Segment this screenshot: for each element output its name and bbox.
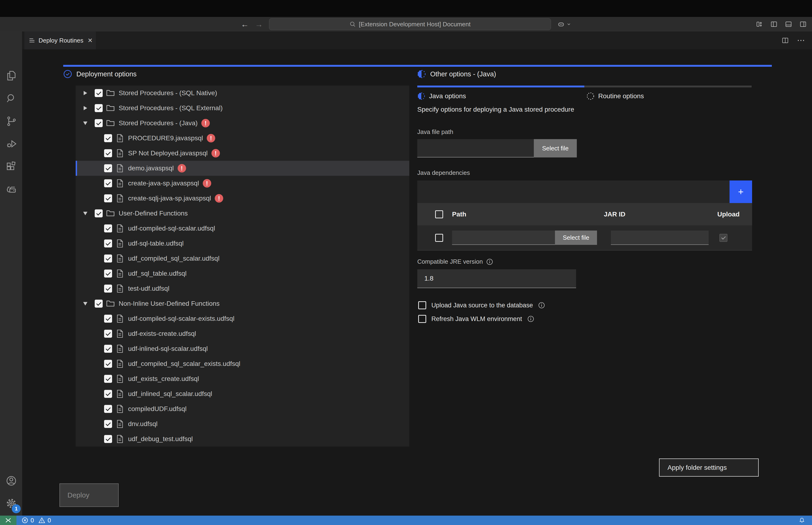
tree-item-checkbox[interactable] — [104, 149, 112, 157]
toggle-panel-icon[interactable] — [785, 20, 792, 28]
tree-item-checkbox[interactable] — [104, 239, 112, 247]
explorer-icon[interactable] — [0, 64, 22, 87]
tree-item-checkbox[interactable] — [104, 375, 112, 383]
toggle-sidebar-right-icon[interactable] — [799, 20, 807, 28]
twisty-icon[interactable] — [82, 91, 89, 95]
tree-file-row[interactable]: test-udf.udfsql — [76, 281, 409, 296]
tree-file-row[interactable]: udf_compiled_sql_scalar_exists.udfsql — [76, 356, 409, 371]
problems-status[interactable]: 0 0 — [21, 517, 51, 524]
apply-folder-settings-button[interactable]: Apply folder settings — [659, 459, 759, 477]
folder-icon — [106, 104, 116, 112]
tree-item-checkbox[interactable] — [104, 315, 112, 322]
tree-item-checkbox[interactable] — [104, 179, 112, 187]
search-sidebar-icon[interactable] — [0, 87, 22, 110]
java-file-path-input[interactable] — [417, 139, 534, 158]
tree-item-checkbox[interactable] — [95, 209, 103, 217]
row-checkbox[interactable] — [435, 234, 443, 242]
info-icon[interactable] — [538, 302, 545, 309]
deploy-button[interactable]: Deploy — [59, 483, 119, 507]
db2-extension-icon[interactable] — [0, 178, 22, 201]
tree-item-label: create-sqlj-java-sp.javaspsql — [128, 195, 211, 202]
account-icon[interactable] — [0, 469, 22, 492]
jre-version-input[interactable] — [417, 269, 576, 288]
tree-item-checkbox[interactable] — [104, 330, 112, 338]
tree-file-row[interactable]: SP Not Deployed.javaspsql! — [76, 146, 409, 161]
jar-id-input[interactable] — [611, 230, 709, 245]
tree-file-row[interactable]: udf_exists_create.udfsql — [76, 371, 409, 386]
notifications-bell-icon[interactable] — [798, 515, 806, 525]
split-editor-icon[interactable] — [781, 37, 789, 44]
warnings-icon — [39, 517, 45, 524]
tree-file-row[interactable]: create-java-sp.javaspsql! — [76, 176, 409, 191]
twisty-icon[interactable] — [82, 121, 89, 125]
tree-item-checkbox[interactable] — [95, 104, 103, 112]
back-arrow-icon[interactable]: ← — [241, 20, 249, 28]
select-file-button[interactable]: Select file — [534, 139, 577, 158]
refresh-wlm-checkbox[interactable] — [418, 315, 426, 323]
info-icon[interactable] — [527, 315, 534, 322]
tree-file-row[interactable]: udf_sql_table.udfsql — [76, 266, 409, 281]
remote-indicator[interactable] — [0, 515, 16, 525]
tree-item-checkbox[interactable] — [104, 194, 112, 202]
tree-item-checkbox[interactable] — [104, 164, 112, 172]
tree-file-row[interactable]: udf-exists-create.udfsql — [76, 326, 409, 341]
tree-file-row[interactable]: dnv.udfsql — [76, 417, 409, 432]
tree-item-checkbox[interactable] — [104, 134, 112, 142]
java-file-path-label: Java file path — [417, 128, 453, 136]
dependency-path-input[interactable] — [452, 230, 555, 245]
upload-java-source-checkbox[interactable] — [418, 301, 426, 309]
tree-item-checkbox[interactable] — [95, 300, 103, 308]
more-actions-icon[interactable]: ⋯ — [797, 39, 806, 42]
tree-file-row[interactable]: udf-sql-table.udfsql — [76, 236, 409, 251]
jre-version-label: Compatible JRE version — [417, 258, 483, 265]
tree-file-row[interactable]: udf-compiled-sql-scalar.udfsql — [76, 221, 409, 236]
tree-file-row[interactable]: compiledUDF.udfsql — [76, 401, 409, 417]
tree-file-row[interactable]: udf-compiled-sql-scalar-exists.udfsql — [76, 311, 409, 326]
tree-folder-row[interactable]: Stored Procedures - (Java)! — [76, 116, 409, 131]
upload-checkbox[interactable] — [719, 234, 727, 242]
tree-file-row[interactable]: udf_inlined_sql_scalar.udfsql — [76, 386, 409, 401]
copilot-menu[interactable] — [557, 20, 571, 28]
tree-item-checkbox[interactable] — [104, 390, 112, 398]
tree-item-checkbox[interactable] — [104, 345, 112, 353]
tree-item-checkbox[interactable] — [95, 89, 103, 97]
tree-folder-row[interactable]: Stored Procedures - (SQL Native) — [76, 86, 409, 101]
command-center-search[interactable]: [Extension Development Host] Document — [269, 18, 551, 30]
twisty-icon[interactable] — [82, 106, 89, 110]
tab-java-options[interactable]: Java options — [417, 92, 466, 100]
tree-file-row[interactable]: create-sqlj-java-sp.javaspsql! — [76, 191, 409, 206]
tree-file-row[interactable]: demo.javaspsql! — [76, 161, 409, 176]
extensions-icon[interactable] — [0, 155, 22, 178]
twisty-icon[interactable] — [82, 302, 89, 305]
tree-item-checkbox[interactable] — [104, 435, 112, 443]
tree-folder-row[interactable]: Stored Procedures - (SQL External) — [76, 101, 409, 116]
tree-item-checkbox[interactable] — [104, 270, 112, 278]
tree-item-checkbox[interactable] — [104, 360, 112, 368]
tree-item-checkbox[interactable] — [104, 224, 112, 232]
run-debug-icon[interactable] — [0, 133, 22, 155]
tree-item-checkbox[interactable] — [104, 255, 112, 262]
toggle-sidebar-left-icon[interactable] — [770, 20, 778, 28]
forward-arrow-icon[interactable]: → — [255, 20, 263, 28]
info-icon[interactable] — [486, 258, 493, 265]
tree-item-checkbox[interactable] — [104, 420, 112, 428]
tree-file-row[interactable]: udf-inlined-sql-scalar.udfsql — [76, 341, 409, 356]
tree-item-checkbox[interactable] — [104, 405, 112, 413]
tree-file-row[interactable]: udf_compiled_sql_scalar.udfsql — [76, 251, 409, 266]
twisty-icon[interactable] — [82, 212, 89, 215]
tree-item-checkbox[interactable] — [95, 119, 103, 127]
tree-file-row[interactable]: udf_debug_test.udfsql — [76, 432, 409, 447]
tree-folder-row[interactable]: User-Defined Functions — [76, 206, 409, 221]
add-dependency-button[interactable]: + — [730, 180, 752, 203]
row-select-file-button[interactable]: Select file — [555, 230, 597, 245]
tab-close-icon[interactable]: ✕ — [88, 37, 93, 44]
select-all-checkbox[interactable] — [435, 210, 443, 218]
tab-deploy-routines[interactable]: Deploy Routines ✕ — [25, 31, 96, 49]
tab-routine-options[interactable]: Routine options — [586, 92, 644, 100]
customize-layout-icon[interactable] — [756, 20, 763, 28]
tree-file-row[interactable]: PROCEDURE9.javaspsql! — [76, 131, 409, 146]
tree-item-checkbox[interactable] — [104, 285, 112, 292]
tree-folder-row[interactable]: Non-Inline User-Defined Functions — [76, 296, 409, 311]
source-control-icon[interactable] — [0, 110, 22, 133]
settings-gear-icon[interactable]: 1 — [0, 492, 22, 515]
